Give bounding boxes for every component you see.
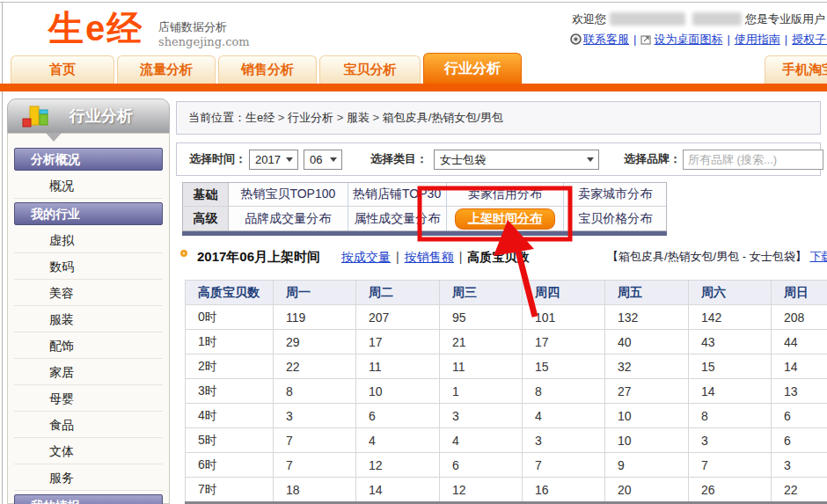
welcome-prefix: 欢迎您 xyxy=(572,12,606,26)
cell-tue: 4 xyxy=(356,428,440,453)
sidebar-item[interactable]: 文体 xyxy=(14,438,163,464)
blurred-username xyxy=(610,12,685,26)
contact-service-link[interactable]: 联系客服 xyxy=(583,33,629,46)
browser-edge-line xyxy=(2,2,3,504)
cell-sat: 142 xyxy=(689,305,772,330)
sidebar-item[interactable]: 服装 xyxy=(14,306,163,332)
sidebar-item[interactable]: 概况 xyxy=(14,172,163,199)
user-guide-link[interactable]: 使用指南 xyxy=(735,33,780,46)
cell-mon: 7 xyxy=(274,453,356,478)
cell-thu: 15 xyxy=(523,354,605,379)
subaccount-link[interactable]: 授权子账号 xyxy=(792,33,827,46)
sidebar-item[interactable]: 母婴 xyxy=(14,385,163,412)
blurred-username xyxy=(692,12,742,26)
sidebar-item[interactable]: 食品 xyxy=(14,412,163,438)
sidebar-item[interactable]: 配饰 xyxy=(14,332,163,359)
desktop-shortcut-icon xyxy=(640,33,652,45)
cell-thu: 8 xyxy=(523,379,605,404)
cell-tue: 11 xyxy=(356,354,440,379)
cell-sat: 26 xyxy=(689,478,772,502)
table-column-header: 周五 xyxy=(605,281,689,305)
welcome-suffix: 您是专业版用户 xyxy=(745,12,825,26)
browser-edge-line xyxy=(0,2,827,3)
cell-mon: 29 xyxy=(274,330,356,354)
table-column-header: 周三 xyxy=(440,281,523,305)
sidebar: 分析概况 概况 我的行业 虚拟数码美容服装配饰家居母婴食品文体服务 我的情报 xyxy=(7,133,170,504)
brand-search-input[interactable] xyxy=(683,150,823,170)
customer-service-icon xyxy=(570,33,582,45)
content-header: 2017年06月上架时间 按成交量|按销售额|高质宝贝数 【箱包皮具/热销女包/… xyxy=(176,246,827,267)
nav-tab-home[interactable]: 首页 xyxy=(11,55,114,84)
cell-fri: 40 xyxy=(605,330,689,354)
basic-group-label: 基础 xyxy=(183,183,229,206)
tab-listing-time-active[interactable]: 上架时间分布 xyxy=(446,207,564,230)
metric-switcher: 按成交量|按销售额|高质宝贝数 xyxy=(341,246,529,267)
cell-thu: 101 xyxy=(523,305,605,330)
tab-seller-credit[interactable]: 卖家信用分布 xyxy=(446,183,564,206)
tab-attribute-volume[interactable]: 属性成交量分布 xyxy=(348,207,446,230)
tab-seller-city[interactable]: 卖家城市分布 xyxy=(563,183,666,206)
brand-tagline: 店铺数据分析 xyxy=(158,19,250,35)
sidebar-item[interactable]: 家居 xyxy=(14,359,163,385)
sidebar-item[interactable]: 数码 xyxy=(14,253,163,280)
nav-tab-mobile-taobao[interactable]: 手机淘宝 xyxy=(765,55,827,84)
tab-hot-items-top100[interactable]: 热销宝贝TOP100 xyxy=(229,183,348,206)
cell-tue: 6 xyxy=(356,404,440,428)
table-column-header: 高质宝贝数 xyxy=(186,281,274,305)
row-hour-label: 3时 xyxy=(186,379,274,404)
tab-brand-volume[interactable]: 品牌成交量分布 xyxy=(229,207,348,230)
nav-tab-item[interactable]: 宝贝分析 xyxy=(319,55,421,84)
brand-filter-label: 选择品牌： xyxy=(624,143,681,175)
cell-wed: 4 xyxy=(440,428,523,453)
listing-time-table: 高质宝贝数周一周二周三周四周五周六周日 0时 119 207 95 101 13… xyxy=(185,280,827,502)
cell-wed: 12 xyxy=(440,478,523,502)
category-select[interactable]: 女士包袋 xyxy=(434,150,599,170)
year-select[interactable]: 2017 xyxy=(249,150,298,170)
brand-domain: shengejing.com xyxy=(158,35,250,48)
sort-by-volume-link[interactable]: 按成交量 xyxy=(341,250,391,264)
cell-fri: 20 xyxy=(605,478,689,502)
cell-fri: 27 xyxy=(605,379,689,404)
cell-sun: 6 xyxy=(772,404,827,428)
breadcrumb-part[interactable]: 行业分析 xyxy=(274,111,333,124)
set-desktop-icon-link[interactable]: 设为桌面图标 xyxy=(654,33,722,46)
nav-tab-sales[interactable]: 销售分析 xyxy=(218,55,317,84)
cell-sun: 3 xyxy=(772,453,827,478)
month-select[interactable]: 06 xyxy=(304,150,342,170)
advanced-group-label: 高级 xyxy=(183,207,229,230)
cell-tue: 12 xyxy=(356,453,440,478)
sidebar-item[interactable]: 服务 xyxy=(14,464,163,491)
cell-sat: 14 xyxy=(689,379,772,404)
breadcrumb-part[interactable]: 生e经 xyxy=(245,111,274,124)
bar-chart-icon xyxy=(20,104,52,130)
sidebar-item[interactable]: 美容 xyxy=(14,280,163,306)
cell-mon: 22 xyxy=(274,354,356,379)
report-scope: 【箱包皮具/热销女包/男包 - 女士包袋】 下载 xyxy=(607,246,827,267)
tab-item-price[interactable]: 宝贝价格分布 xyxy=(563,207,666,230)
sidebar-item[interactable]: 虚拟 xyxy=(14,227,163,253)
row-hour-label: 5时 xyxy=(186,428,274,453)
download-link[interactable]: 下载 xyxy=(809,250,827,263)
cell-mon: 3 xyxy=(274,404,356,428)
nav-tab-industry-active[interactable]: 行业分析 xyxy=(423,53,522,84)
breadcrumb-part[interactable]: 服装 xyxy=(333,111,370,124)
cell-thu: 4 xyxy=(523,404,605,428)
cell-sat: 8 xyxy=(689,404,772,428)
row-hour-label: 4时 xyxy=(186,404,274,428)
active-tab-button[interactable]: 上架时间分布 xyxy=(455,208,555,230)
strip-accent-bar xyxy=(182,231,667,236)
cell-mon: 119 xyxy=(274,305,356,330)
cell-mon: 18 xyxy=(274,478,356,502)
tab-hot-shops-top30[interactable]: 热销店铺TOP30 xyxy=(348,183,446,206)
sort-by-revenue-link[interactable]: 按销售额 xyxy=(405,250,454,264)
nav-accent-bar xyxy=(0,84,827,91)
table-column-header: 周一 xyxy=(274,281,356,305)
current-metric-label: 高质宝贝数 xyxy=(467,250,529,264)
filter-bar: 选择时间： 2017 06 选择类目： 女士包袋 选择品牌： xyxy=(176,142,821,176)
table-row: 4时 3 6 3 4 10 8 6 xyxy=(186,404,827,428)
breadcrumb-part[interactable]: 箱包皮具/热销女包/男包 xyxy=(370,111,503,124)
cell-wed: 1 xyxy=(440,379,523,404)
nav-tab-traffic[interactable]: 流量分析 xyxy=(117,55,216,84)
table-row: 1时 29 17 21 17 40 43 44 xyxy=(186,330,827,354)
time-filter-label: 选择时间： xyxy=(189,143,246,175)
